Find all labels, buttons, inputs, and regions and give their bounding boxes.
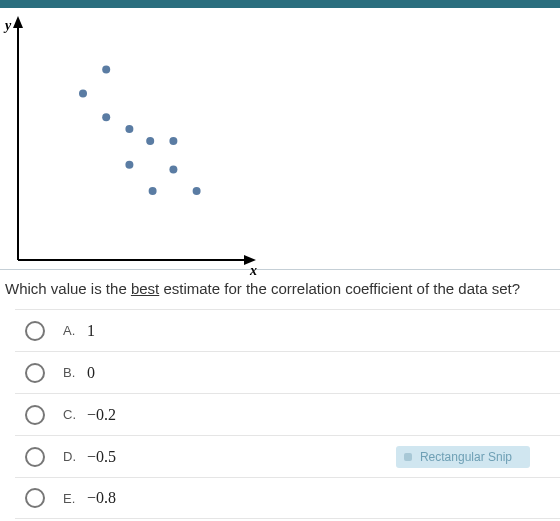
answer-option-d[interactable]: D. −0.5 Rectangular Snip (15, 435, 560, 477)
option-letter: E. (63, 491, 81, 506)
answer-list: A. 1 B. 0 C. −0.2 D. −0.5 Rectangular Sn… (15, 309, 560, 519)
data-point (193, 187, 201, 195)
data-point (125, 125, 133, 133)
data-point (169, 137, 177, 145)
svg-marker-2 (13, 16, 23, 28)
option-value: −0.5 (87, 448, 116, 466)
data-point (79, 89, 87, 97)
option-letter: A. (63, 323, 81, 338)
question-emph: best (131, 280, 159, 297)
option-letter: B. (63, 365, 81, 380)
scatter-chart: y x (0, 8, 560, 270)
radio-a[interactable] (25, 321, 45, 341)
data-point (149, 187, 157, 195)
radio-d[interactable] (25, 447, 45, 467)
option-value: −0.2 (87, 406, 116, 424)
top-bar (0, 0, 560, 8)
answer-option-c[interactable]: C. −0.2 (15, 393, 560, 435)
question-suffix: estimate for the correlation coefficient… (159, 280, 520, 297)
rectangular-snip-badge: Rectangular Snip (396, 446, 530, 468)
option-letter: C. (63, 407, 81, 422)
chart-svg (0, 8, 280, 278)
radio-e[interactable] (25, 488, 45, 508)
option-value: 0 (87, 364, 95, 382)
option-letter: D. (63, 449, 81, 464)
data-point (125, 161, 133, 169)
data-point (102, 66, 110, 74)
snip-label: Rectangular Snip (420, 450, 512, 464)
option-value: 1 (87, 322, 95, 340)
radio-b[interactable] (25, 363, 45, 383)
answer-option-e[interactable]: E. −0.8 (15, 477, 560, 519)
answer-option-a[interactable]: A. 1 (15, 309, 560, 351)
data-point (169, 166, 177, 174)
x-axis-label: x (250, 263, 257, 279)
snip-icon (404, 453, 412, 461)
radio-c[interactable] (25, 405, 45, 425)
question-prefix: Which value is the (5, 280, 131, 297)
answer-option-b[interactable]: B. 0 (15, 351, 560, 393)
option-value: −0.8 (87, 489, 116, 507)
data-point (102, 113, 110, 121)
data-point (146, 137, 154, 145)
